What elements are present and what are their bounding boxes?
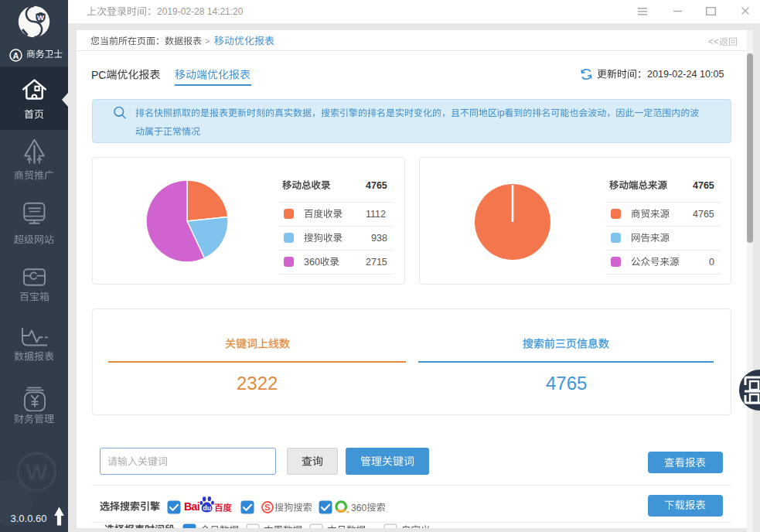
- svg-text:W: W: [26, 459, 48, 485]
- svg-text:0: 0: [709, 256, 714, 267]
- svg-text:2715: 2715: [366, 256, 387, 267]
- svg-text:ip: ip: [497, 107, 505, 118]
- svg-text:S: S: [264, 503, 270, 512]
- svg-text:du: du: [203, 504, 211, 512]
- svg-text:2322: 2322: [237, 373, 278, 394]
- svg-text:4765: 4765: [366, 179, 387, 190]
- svg-text:4765: 4765: [693, 208, 714, 219]
- svg-text:A: A: [12, 50, 19, 60]
- svg-text:2019-02-24 10:05: 2019-02-24 10:05: [647, 70, 724, 80]
- svg-text:>: >: [205, 36, 210, 46]
- svg-text:360: 360: [351, 502, 367, 513]
- svg-text:4765: 4765: [693, 179, 714, 190]
- svg-text:<<: <<: [708, 36, 719, 47]
- svg-text:W: W: [37, 13, 44, 22]
- svg-text:1112: 1112: [366, 208, 386, 219]
- svg-text:4765: 4765: [546, 373, 587, 394]
- svg-text:PC: PC: [91, 68, 106, 80]
- svg-text:2019-02-28 14:21:20: 2019-02-28 14:21:20: [157, 7, 244, 18]
- svg-text:360: 360: [304, 256, 320, 267]
- svg-text:938: 938: [371, 233, 387, 244]
